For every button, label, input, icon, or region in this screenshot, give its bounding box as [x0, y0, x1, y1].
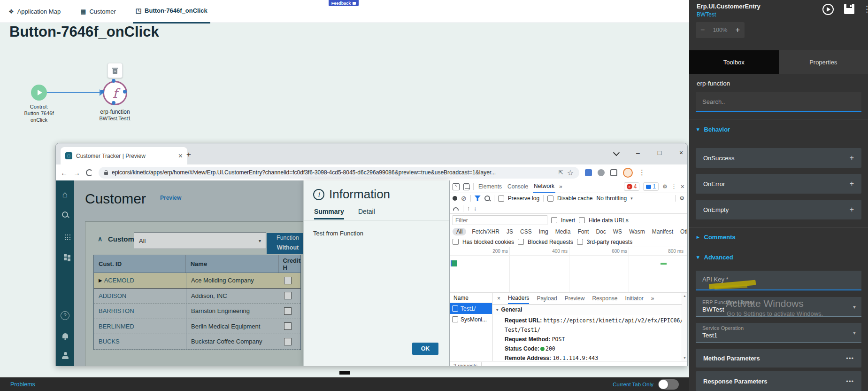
bookmark-star-icon[interactable]: ☆: [567, 168, 574, 177]
table-row[interactable]: ▶ACEMOLD Ace Moliding Company: [94, 273, 300, 289]
inspect-element-icon[interactable]: ↖: [453, 183, 460, 190]
detail-tab-payload[interactable]: Payload: [537, 295, 557, 302]
tab-button-onclick[interactable]: ◳ Button-7646f_onClick: [133, 0, 210, 23]
address-bar[interactable]: epicorsi/kinetic/apps/erp/home/#/view/Er…: [99, 167, 579, 179]
method-parameters-row[interactable]: Method Parameters •••: [696, 349, 861, 368]
window-close-button[interactable]: ×: [676, 149, 687, 156]
type-filter[interactable]: Manifest: [651, 228, 675, 235]
credit-checkbox[interactable]: [284, 338, 292, 345]
new-tab-button[interactable]: +: [186, 150, 191, 159]
port-right[interactable]: [123, 90, 127, 94]
reload-icon[interactable]: [86, 169, 93, 176]
credit-checkbox[interactable]: [284, 277, 292, 284]
device-toolbar-icon[interactable]: [463, 183, 469, 190]
detail-tab-headers[interactable]: Headers: [508, 293, 529, 304]
profile-avatar[interactable]: [623, 168, 633, 178]
tab-toolbox[interactable]: Toolbox: [689, 50, 779, 74]
back-icon[interactable]: ←: [61, 169, 68, 177]
throttling-select[interactable]: No throttling: [596, 195, 627, 202]
credit-checkbox[interactable]: [284, 292, 292, 299]
col-credit[interactable]: Credit H: [279, 255, 300, 273]
detail-close-icon[interactable]: ×: [497, 295, 500, 302]
devtools-dock-icon[interactable]: [610, 169, 617, 176]
devtools-tab-console[interactable]: Console: [507, 181, 529, 192]
type-filter[interactable]: WS: [612, 228, 623, 235]
browser-tab[interactable]: □ Customer Tracker | Preview ×: [61, 147, 187, 164]
blocked-cookies-checkbox[interactable]: [453, 239, 459, 245]
export-har-icon[interactable]: ↓: [474, 205, 476, 212]
dialog-tab-summary[interactable]: Summary: [314, 208, 344, 219]
tab-properties[interactable]: Properties: [779, 50, 868, 74]
type-filter[interactable]: Doc: [594, 228, 607, 235]
network-filter-input[interactable]: [453, 215, 547, 225]
network-conditions-icon[interactable]: [453, 207, 459, 211]
zoom-out-button[interactable]: −: [700, 26, 705, 34]
general-section-header[interactable]: ▾ General: [492, 305, 687, 315]
clear-icon[interactable]: ⊘: [461, 196, 467, 201]
network-search-icon[interactable]: [484, 196, 490, 201]
devtools-tab-network[interactable]: Network: [533, 180, 555, 193]
invert-checkbox[interactable]: [551, 217, 557, 223]
zoom-in-button[interactable]: +: [736, 26, 740, 34]
type-filter[interactable]: JS: [505, 228, 515, 235]
section-behavior[interactable]: ▾ Behavior: [697, 126, 730, 133]
dashboard-icon[interactable]: [56, 245, 74, 265]
devtools-kebab-icon[interactable]: ⋮: [671, 183, 677, 190]
devtools-tab-elements[interactable]: Elements: [477, 181, 503, 192]
tab-close-icon[interactable]: ×: [178, 152, 183, 160]
table-row[interactable]: ADDISON Addison, INC: [94, 289, 300, 304]
properties-search-input[interactable]: Search..: [696, 92, 861, 112]
panel-kebab-icon[interactable]: ⋮: [863, 4, 868, 14]
window-minimize-button[interactable]: –: [632, 149, 644, 156]
type-filter[interactable]: Media: [554, 228, 572, 235]
table-row[interactable]: BARRISTON Barriston Engineering: [94, 304, 300, 319]
response-parameters-row[interactable]: Response Parameters •••: [696, 371, 861, 391]
browser-menu-kebab-icon[interactable]: ⋮: [638, 168, 645, 177]
delete-node-button[interactable]: ×: [108, 63, 123, 78]
tab-customer[interactable]: ▦ Customer: [77, 0, 119, 23]
type-filter[interactable]: Img: [538, 228, 550, 235]
forward-icon[interactable]: →: [73, 169, 80, 177]
port-bottom[interactable]: [112, 101, 115, 105]
feedback-badge[interactable]: Feedback: [329, 0, 359, 6]
extension-icon-1[interactable]: [585, 169, 592, 176]
type-filter[interactable]: Font: [576, 228, 590, 235]
request-checkbox[interactable]: [452, 305, 458, 312]
console-errors-badge[interactable]: ×4: [624, 182, 640, 191]
add-icon[interactable]: +: [850, 180, 854, 188]
network-settings-gear-icon[interactable]: ⚙: [679, 195, 684, 202]
onsuccess-card[interactable]: OnSuccess+: [696, 148, 861, 168]
col-name[interactable]: Name: [186, 255, 279, 273]
devtools-settings-gear-icon[interactable]: ⚙: [662, 183, 668, 190]
problems-link[interactable]: Problems: [10, 381, 35, 388]
credit-checkbox[interactable]: [284, 322, 292, 330]
type-filter[interactable]: CSS: [519, 228, 533, 235]
ellipsis-icon[interactable]: •••: [846, 355, 854, 362]
puzzle-extensions-icon[interactable]: [598, 169, 605, 176]
port-left[interactable]: [100, 90, 104, 94]
more-tabs-icon[interactable]: »: [559, 183, 562, 190]
diagram-start-node[interactable]: [31, 85, 47, 101]
type-filter[interactable]: Fetch/XHR: [470, 228, 501, 235]
record-icon[interactable]: [453, 196, 457, 201]
help-icon[interactable]: ?: [56, 305, 74, 326]
run-preview-button[interactable]: [822, 4, 834, 15]
type-filter[interactable]: Wasm: [628, 228, 646, 235]
section-comments[interactable]: ▸ Comments: [697, 234, 736, 241]
collapse-caret-icon[interactable]: ∧: [98, 235, 102, 242]
detail-tab-response[interactable]: Response: [592, 295, 617, 302]
apps-grid-icon[interactable]: [56, 225, 74, 245]
request-checkbox[interactable]: [452, 316, 458, 322]
import-har-icon[interactable]: ↑: [467, 205, 470, 212]
onerror-card[interactable]: OnError+: [696, 174, 861, 194]
request-row[interactable]: Test1/: [450, 303, 492, 314]
search-icon[interactable]: [56, 204, 74, 225]
detail-more-tabs-icon[interactable]: »: [651, 295, 654, 302]
disable-cache-checkbox[interactable]: [547, 196, 553, 202]
service-operation-select[interactable]: Service Operation Test1 ▾: [696, 323, 861, 343]
function-without-button[interactable]: Function Without: [267, 233, 303, 254]
detail-scrollbar[interactable]: ▲▼: [682, 293, 687, 361]
request-row[interactable]: SysMoni...: [450, 314, 492, 325]
devtools-close-icon[interactable]: ×: [681, 183, 684, 190]
table-row[interactable]: BERLINMED Berlin Medical Equipment: [94, 319, 300, 335]
